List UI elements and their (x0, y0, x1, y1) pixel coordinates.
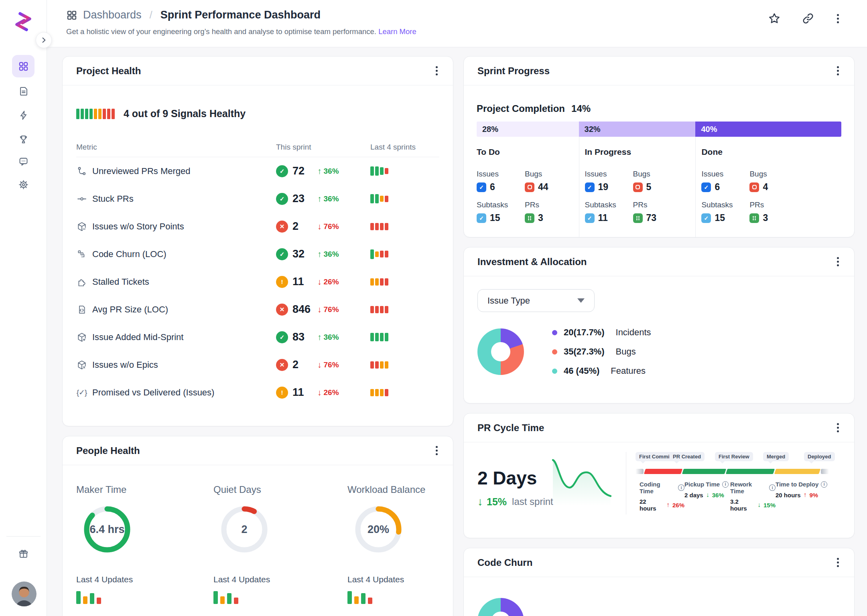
quiet-days-gauge: 2 (221, 506, 268, 553)
card-title: People Health (76, 445, 140, 456)
column-last-4-sprints: Last 4 sprints (370, 143, 439, 152)
sidebar-item-feedback[interactable] (12, 150, 35, 172)
learn-more-link[interactable]: Learn More (378, 27, 416, 36)
pr-cycle-time-card: PR Cycle Time 2 Days ↓ 15% last sprint (463, 413, 855, 538)
investment-kebab-icon[interactable] (835, 255, 841, 268)
info-icon[interactable]: i (678, 484, 684, 491)
info-icon[interactable]: i (769, 484, 776, 491)
project-health-kebab-icon[interactable] (434, 65, 439, 77)
card-title: Investment & Allocation (477, 256, 587, 267)
issues-check-icon: ✓ (477, 182, 486, 192)
prs-count: 3 (538, 213, 543, 223)
trophy-icon (18, 134, 29, 145)
issues-count: 6 (715, 182, 720, 192)
metric-value: 846 (292, 303, 313, 316)
stage-stub-right (821, 469, 829, 474)
metric-label: Promised vs Delivered (Issues) (92, 387, 214, 398)
status-bad-icon: ✕ (276, 221, 288, 233)
table-row: Unreviewed PRs Merged ✓ 72 ↑36% (76, 157, 439, 185)
page-subtitle: Get a holistic view of your engineering … (66, 27, 416, 36)
gear-icon (18, 179, 29, 190)
issues-count: 6 (490, 182, 495, 192)
sidebar (0, 0, 47, 616)
code-churn-kebab-icon[interactable] (835, 556, 841, 569)
issue-type-dropdown[interactable]: Issue Type (477, 289, 595, 312)
maker-time-column: Maker Time 6.4 hrs Last 4 Updates (76, 484, 197, 604)
header-kebab-menu-icon[interactable] (835, 12, 841, 25)
pr-cycle-sparkline (550, 454, 614, 507)
completion-stacked-bar: 28% 32% 40% (477, 122, 841, 137)
people-health-kebab-icon[interactable] (434, 444, 439, 457)
bug-icon (633, 182, 643, 192)
trend-suffix: last sprint (512, 496, 553, 507)
sidebar-item-reports[interactable] (12, 80, 35, 102)
updates-label: Last 4 Updates (213, 575, 334, 584)
trend: ↓26% (317, 388, 339, 397)
subtasks-check-icon: ✓ (477, 213, 486, 223)
sidebar-item-settings[interactable] (12, 173, 35, 196)
bugs-label: Bugs (525, 170, 579, 178)
box-x-icon (76, 359, 87, 370)
done-column: Done Issues Bugs ✓6 4 Subtasks PRs ✓15 3 (695, 137, 841, 238)
sprint-spark-bars (370, 389, 439, 396)
vertical-divider (626, 452, 626, 515)
sidebar-item-whats-new[interactable] (12, 542, 35, 565)
code-churn-icon (76, 249, 87, 259)
status-warn-icon: ! (276, 276, 288, 288)
issues-label: Issues (585, 170, 633, 178)
issues-count: 19 (598, 182, 609, 192)
pr-branch-icon (749, 213, 759, 223)
breadcrumb: Dashboards / Sprint Performance Dashboar… (66, 9, 321, 21)
card-title: Sprint Progress (477, 65, 550, 77)
sidebar-item-dashboards[interactable] (12, 55, 35, 77)
sprint-progress-card: Sprint Progress Project Completion 14% 2… (463, 56, 855, 237)
metric-label: Avg PR Size (LOC) (92, 304, 168, 315)
user-avatar[interactable] (12, 582, 37, 606)
metric-value: 20 hours (776, 492, 801, 498)
issues-label: Issues (701, 170, 749, 178)
code-churn-donut-chart (477, 598, 524, 616)
status-ok-icon: ✓ (276, 331, 288, 343)
bugs-count: 4 (763, 182, 768, 192)
subtitle-text: Get a holistic view of your engineering … (66, 27, 376, 36)
table-row: Avg PR Size (LOC) ✕ 846 ↓76% (76, 296, 439, 323)
trend: ↓76% (317, 305, 339, 314)
subtasks-label: Subtasks (701, 201, 749, 209)
sidebar-item-goals[interactable] (12, 128, 35, 150)
updates-bar-chart (76, 590, 197, 604)
todo-column: To Do Issues Bugs ✓6 44 Subtasks PRs ✓15… (477, 137, 579, 238)
main-content: Project Health 4 out of 9 Signals Health… (47, 47, 867, 616)
pr-cycle-kebab-icon[interactable] (835, 421, 841, 434)
people-health-card: People Health Maker Time 6.4 hrs Last 4 … (62, 436, 453, 616)
sidebar-item-automations[interactable] (12, 104, 35, 126)
down-arrow: ↓ (477, 495, 483, 508)
cycle-time-value: 2 Days (477, 467, 537, 489)
card-title: PR Cycle Time (477, 422, 544, 434)
maker-time-gauge: 6.4 hrs (83, 506, 131, 553)
app-logo[interactable] (11, 10, 35, 34)
code-churn-card: Code Churn 20(17.7%) New Code (463, 548, 855, 616)
chevron-right-icon (40, 36, 48, 44)
legend-dot (552, 369, 557, 374)
info-icon[interactable]: i (821, 481, 827, 488)
trend: ↑36% (317, 249, 339, 259)
updates-bar-chart (347, 590, 468, 604)
status-warn-icon: ! (276, 387, 288, 399)
trend: ↑36% (317, 194, 339, 204)
legend-item: 20(17.7%) Incidents (552, 327, 651, 338)
star-icon[interactable] (768, 12, 781, 25)
sidebar-expand-button[interactable] (36, 32, 52, 48)
metric-label: Stalled Tickets (92, 277, 149, 287)
stuck-pr-icon (76, 193, 87, 204)
subtasks-check-icon: ✓ (701, 213, 711, 223)
subtasks-count: 15 (715, 213, 725, 223)
share-link-icon[interactable] (802, 12, 814, 25)
info-icon[interactable]: i (722, 481, 729, 488)
breadcrumb-dashboards[interactable]: Dashboards (83, 9, 142, 21)
project-health-card: Project Health 4 out of 9 Signals Health… (62, 56, 453, 426)
completion-value: 14% (571, 103, 591, 114)
done-segment: 40% (695, 122, 841, 137)
sprint-progress-kebab-icon[interactable] (835, 65, 841, 77)
coding-time-metric: Coding Timei 22 hours↑26% (640, 481, 684, 512)
status-bad-icon: ✕ (276, 359, 288, 371)
